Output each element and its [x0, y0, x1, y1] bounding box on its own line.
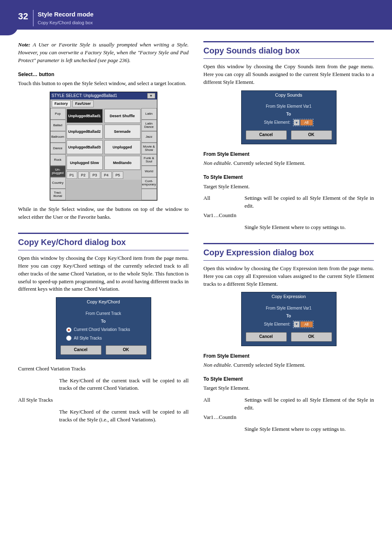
ss-page-p2[interactable]: P2: [78, 171, 89, 179]
dlg-from: From Style Element Var1: [246, 305, 332, 312]
all-term: All: [203, 194, 244, 210]
ss-page-p3[interactable]: P3: [90, 171, 100, 179]
from-style-element-desc-2: Non editable. Currently selected Style E…: [203, 361, 374, 369]
style-element-select[interactable]: ▼ All: [293, 119, 314, 126]
ss-page-p4[interactable]: P4: [101, 171, 112, 179]
ccvt-desc: The Key/Chord of the current track will …: [59, 377, 189, 393]
copy-expression-heading: Copy Expression dialog box: [203, 243, 374, 261]
after-ss-text: While in the Style Select window, use th…: [18, 206, 189, 221]
to-style-element-heading: To Style Element: [203, 174, 374, 181]
dlg-title: Copy Key/Chord: [56, 298, 151, 307]
dlg-title: Copy Expression: [242, 292, 336, 301]
style-select-screenshot: STYLE SELECT: UnpluggedBallad1 ▾ Factory…: [50, 92, 157, 201]
ast-term: All Style Tracks: [18, 396, 189, 404]
dlg-to: To: [246, 111, 332, 118]
ss-side-contemporary[interactable]: Cont-emporary: [141, 177, 157, 189]
page-title: Style Record mode: [38, 10, 94, 19]
cancel-button[interactable]: Cancel: [246, 332, 287, 342]
ss-side-movieshow[interactable]: Movie & Show: [141, 143, 157, 154]
style-element-value: All: [300, 120, 313, 125]
note-paragraph: Note: A User or Favorite Style is usuall…: [18, 41, 189, 65]
ss-side-pop[interactable]: Pop: [50, 108, 66, 120]
ss-cell[interactable]: Meditando: [104, 156, 141, 170]
chevron-down-icon: ▼: [294, 120, 300, 125]
ss-side-funksoul[interactable]: Funk & Soul: [141, 154, 157, 166]
page-number: 32: [18, 10, 31, 23]
ss-side-country[interactable]: Country: [50, 177, 66, 189]
ss-side-latindance[interactable]: Latin Dance: [141, 120, 157, 131]
var-term: Var1…CountIn: [203, 212, 374, 220]
ss-side-latin[interactable]: Latin: [141, 108, 157, 120]
copy-keychord-desc: Open this window by choosing the Copy Ke…: [18, 254, 189, 293]
ss-cell[interactable]: Unplugged Slow: [67, 156, 103, 170]
dlg-from: From Current Track: [60, 311, 147, 317]
to-style-element-desc-2: Target Style Element.: [203, 384, 374, 392]
ss-page-p5[interactable]: P5: [113, 171, 123, 179]
var-desc-2: Single Style Element where to copy setti…: [244, 426, 374, 433]
all-desc: Settings will be copied to all Style Ele…: [244, 194, 374, 210]
page-tab-corner: [0, 0, 18, 35]
page-subtitle: Copy Key/Chord dialog box: [38, 20, 94, 26]
from-style-element-heading-2: From Style Element: [203, 353, 374, 360]
radio-all-style-tracks[interactable]: [66, 335, 71, 341]
copy-expression-desc: Open this window by choosing the Copy Ex…: [203, 265, 374, 288]
copy-keychord-heading: Copy Key/Chord dialog box: [18, 233, 189, 250]
ok-button[interactable]: OK: [291, 332, 332, 342]
chevron-down-icon: ▼: [294, 321, 300, 327]
dropdown-icon[interactable]: ▾: [147, 93, 155, 99]
copy-sounds-heading: Copy Sounds dialog box: [203, 41, 374, 59]
ok-button[interactable]: OK: [291, 130, 332, 140]
ss-title: STYLE SELECT: UnpluggedBallad1: [52, 93, 118, 99]
ss-cell[interactable]: Unplugged: [104, 140, 141, 154]
radio-label-ccvt: Current Chord Variation Tracks: [74, 327, 130, 333]
dlg-title: Copy Sounds: [242, 91, 336, 100]
all-desc-2: Settings will be copied to all Style Ele…: [244, 396, 374, 412]
copy-sounds-desc: Open this window by choosing the Copy So…: [203, 63, 374, 86]
ss-page-p1[interactable]: P1: [67, 171, 77, 179]
cancel-button[interactable]: Cancel: [60, 345, 101, 355]
ss-side-unplugged[interactable]: Un-plugged: [50, 166, 66, 177]
var-term-2: Var1…CountIn: [203, 414, 374, 421]
ss-tab-factory[interactable]: Factory: [52, 100, 71, 107]
from-style-element-desc: Non editable. Currently selected Style E…: [203, 160, 374, 167]
ast-desc: The Key/Chord of the current track will …: [59, 408, 189, 424]
var-desc: Single Style Element where to copy setti…: [244, 224, 374, 231]
ss-side-jazz[interactable]: Jazz: [141, 131, 157, 143]
ss-side-traditional[interactable]: Trad-itional: [50, 189, 66, 200]
radio-current-cv-tracks[interactable]: [66, 327, 71, 333]
note-body: A User or Favorite Style is usually prom…: [18, 42, 189, 63]
style-element-label: Style Element:: [264, 120, 290, 126]
ss-side-dance[interactable]: Dance: [50, 143, 66, 154]
ss-side-ballad[interactable]: Ballad: [50, 120, 66, 131]
ss-cell[interactable]: Desert Shuffle: [104, 109, 141, 123]
style-element-label: Style Element:: [264, 321, 290, 328]
all-term-2: All: [203, 396, 244, 412]
dlg-to: To: [246, 313, 332, 319]
style-element-value: All: [300, 321, 313, 327]
dlg-to: To: [60, 319, 147, 325]
copy-sounds-dialog: Copy Sounds From Style Element Var1 To S…: [241, 90, 337, 144]
to-style-element-heading-2: To Style Element: [203, 376, 374, 383]
copy-keychord-dialog: Copy Key/Chord From Current Track To Cur…: [56, 297, 151, 359]
ok-button[interactable]: OK: [106, 345, 147, 355]
from-style-element-heading: From Style Element: [203, 151, 374, 158]
cancel-button[interactable]: Cancel: [246, 130, 287, 140]
ss-tab-favuser[interactable]: Fav/User: [72, 100, 94, 107]
ss-side-empty: [141, 189, 157, 200]
ss-side-world[interactable]: World: [141, 166, 157, 177]
ss-cell[interactable]: Serenade: [104, 125, 141, 139]
ss-cell[interactable]: UnpluggedBallad2: [67, 125, 103, 139]
copy-expression-dialog: Copy Expression From Style Element Var1 …: [241, 292, 337, 346]
ss-side-rock[interactable]: Rock: [50, 154, 66, 166]
ss-side-ballroom[interactable]: Ballroom: [50, 131, 66, 143]
radio-label-ast: All Style Tracks: [74, 335, 102, 342]
ss-cell[interactable]: UnpluggedBallad3: [67, 140, 103, 154]
style-element-select[interactable]: ▼ All: [293, 321, 314, 328]
select-button-desc: Touch this button to open the Style Sele…: [18, 80, 189, 88]
dlg-from: From Style Element Var1: [246, 104, 332, 110]
ss-cell[interactable]: UnpluggedBallad1: [67, 109, 103, 123]
to-style-element-desc: Target Style Element.: [203, 183, 374, 191]
note-lead: Note:: [18, 42, 30, 48]
select-button-heading: Select… button: [18, 71, 189, 78]
ccvt-term: Current Chord Variation Tracks: [18, 365, 189, 373]
